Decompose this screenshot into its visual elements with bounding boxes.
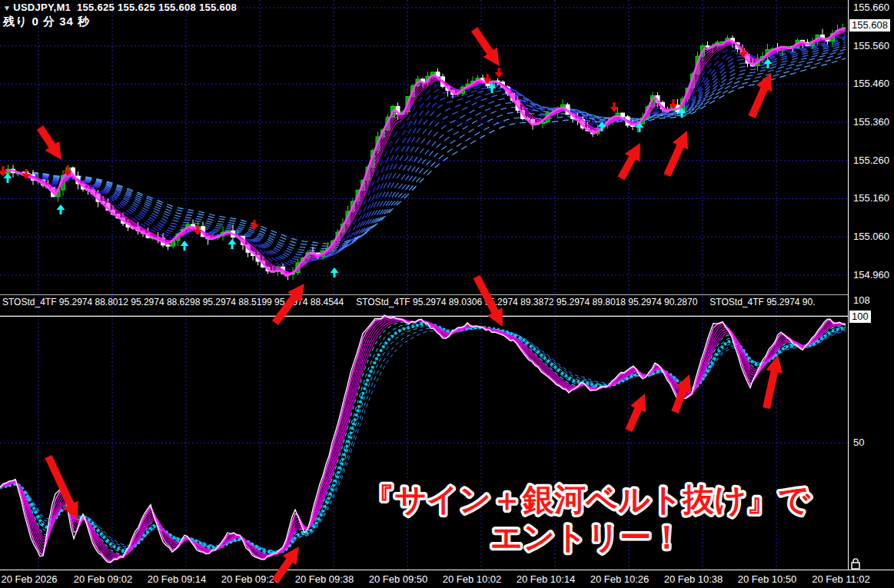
price-label: 155.060 (853, 231, 889, 242)
time-label: 20 Feb 09:02 (61, 573, 145, 585)
price-label: 155.260 (853, 154, 889, 166)
price-label: 154.960 (853, 269, 889, 281)
indicator-values-1: STOStd_4TF 95.2974 88.8012 95.2974 88.62… (2, 297, 344, 307)
price-label: 155.560 (853, 40, 889, 51)
time-label: 20 Feb 09:50 (356, 573, 440, 585)
mt4-chart-window: 20 Feb 202620 Feb 09:0220 Feb 09:1420 Fe… (0, 0, 894, 588)
time-label: 20 Feb 10:38 (651, 573, 736, 585)
time-label: 20 Feb 09:14 (135, 573, 219, 585)
indicator-level-label: 50 (853, 437, 864, 448)
current-price-tag: 155.608 (849, 19, 890, 32)
time-label: 20 Feb 11:02 (799, 573, 883, 585)
price-label: 155.160 (853, 192, 889, 204)
price-label: 155.460 (853, 78, 889, 89)
time-axis[interactable]: 20 Feb 202620 Feb 09:0220 Feb 09:1420 Fe… (0, 570, 894, 588)
chart-canvas[interactable] (0, 0, 894, 588)
price-label: 155.360 (853, 116, 889, 128)
price-label: 155.660 (853, 2, 889, 13)
indicator-header: STOStd_4TF 95.2974 88.8012 95.2974 88.62… (2, 297, 848, 308)
indicator-plot (0, 315, 846, 563)
time-label: 20 Feb 10:26 (577, 573, 662, 585)
time-label: 20 Feb 10:02 (430, 573, 514, 585)
time-label: 20 Feb 09:26 (208, 573, 293, 585)
time-label: 20 Feb 10:50 (725, 573, 809, 585)
indicator-values-2: STOStd_4TF 95.2974 89.0306 95.2974 89.38… (356, 297, 697, 307)
indicator-values-3: STOStd_4TF 95.2974 90. (710, 297, 815, 307)
indicator-grid (0, 296, 848, 570)
indicator-value-tag: 100 (849, 311, 871, 323)
indicator-level-label: 108 (853, 294, 870, 306)
time-label: 20 Feb 10:14 (503, 573, 588, 585)
time-label: 20 Feb 09:38 (282, 573, 367, 585)
main-chart-plot (0, 24, 846, 281)
